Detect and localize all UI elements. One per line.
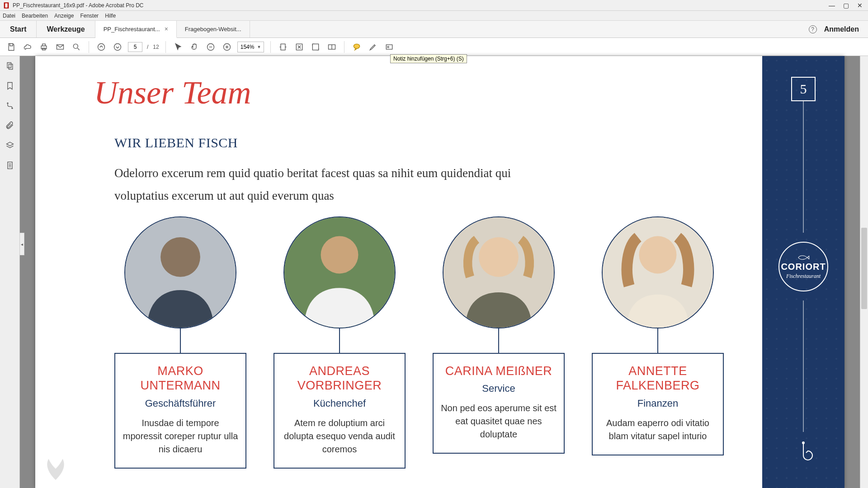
doc-tab-2[interactable]: Fragebogen-Websit... [177,21,250,38]
page-title: Unser Team [94,74,251,112]
close-button[interactable]: ✕ [857,2,863,9]
bookmarks-icon[interactable] [5,81,14,92]
document-canvas[interactable]: Unser Team WIR LIEBEN FISCH Odelorro exc… [20,56,860,488]
page-down-icon[interactable] [112,41,123,53]
doc-tab-1-label: PP_Fischrestaurant... [104,26,160,33]
vertical-scrollbar[interactable] [860,56,868,488]
menu-fenster[interactable]: Fenster [80,13,99,19]
team-card-3: CARINA MEIßNER Service Non ped eos aperu… [433,353,565,454]
page-subheading: WIR LIEBEN FISCH [114,135,238,150]
add-note-icon[interactable] [351,41,363,53]
team-photo-4 [602,216,714,328]
window-title: PP_Fischrestaurant_16x9.pdf - Adobe Acro… [13,2,829,9]
search-icon[interactable] [71,41,82,53]
svg-point-26 [639,236,677,273]
svg-point-15 [387,46,389,47]
stamp-icon[interactable] [383,41,395,53]
tab-start[interactable]: Start [0,21,37,38]
svg-point-20 [160,237,200,277]
menu-hilfe[interactable]: Hilfe [105,13,116,19]
menu-datei[interactable]: Datei [3,13,15,19]
connector-line [498,328,499,353]
highlight-icon[interactable] [367,41,379,53]
menu-bearbeiten[interactable]: Bearbeiten [22,13,48,19]
zoom-value: 154% [241,44,255,50]
svg-rect-9 [281,44,285,50]
scrollbar-thumb[interactable] [861,228,867,309]
svg-point-27 [802,442,804,444]
member-blurb-1: Inusdae di tempore mporessit coreper rup… [122,417,239,456]
connector-line [180,328,181,353]
connector-line [657,328,658,353]
attachments-icon[interactable] [5,121,14,132]
flow-icon[interactable] [5,101,14,112]
svg-point-6 [114,43,121,50]
member-role-3: Service [440,383,557,394]
menubar: Datei Bearbeiten Anzeige Fenster Hilfe [0,11,868,21]
page-icon[interactable] [5,161,14,172]
save-icon[interactable] [5,41,17,53]
fit-page-icon[interactable] [293,41,305,53]
help-icon[interactable]: ? [809,25,817,33]
svg-point-22 [321,236,359,273]
tab-werkzeuge[interactable]: Werkzeuge [37,21,95,38]
doc-tab-1-close-icon[interactable]: × [165,25,168,33]
maximize-button[interactable]: ▢ [843,2,849,9]
collapse-handle[interactable]: ◂ [20,233,24,255]
member-role-1: Geschäftsführer [122,398,239,409]
page-paragraph: Odelorro excerum rem quid quatio beritat… [114,162,521,207]
member-blurb-3: Non ped eos aperume sit est eat quasitet… [440,402,557,441]
tabrow: Start Werkzeuge PP_Fischrestaurant... × … [0,21,868,38]
fullscreen-icon[interactable] [310,41,321,53]
member-name-1: MARKO UNTERMANN [122,364,239,393]
svg-point-5 [98,43,105,50]
member-blurb-4: Audam eaperro odi vitatio blam vitatur s… [599,417,717,443]
fish-icon [797,253,810,262]
main-area: ◂ Unser Team WIR LIEBEN FISCH Odelorro e… [0,56,868,488]
member-role-4: Finanzen [599,398,717,409]
side-brand-column: 5 CORIORT Fischrestaurant [762,56,844,488]
layers-icon[interactable] [5,141,14,152]
doc-tab-1[interactable]: PP_Fischrestaurant... × [95,21,177,38]
team-photo-3 [443,216,555,328]
fit-width-icon[interactable] [277,41,289,53]
zoom-in-icon[interactable] [221,41,233,53]
print-icon[interactable] [38,41,50,53]
pdf-page: Unser Team WIR LIEBEN FISCH Odelorro exc… [35,56,844,488]
menu-anzeige[interactable]: Anzeige [54,13,74,19]
page-up-icon[interactable] [95,41,107,53]
cloud-icon[interactable] [22,41,33,53]
team-member-4: ANNETTE FALKENBERG Finanzen Audam eaperr… [592,216,724,469]
mail-icon[interactable] [54,41,66,53]
member-name-3: CARINA MEIßNER [440,364,557,378]
member-role-2: Küchenchef [281,398,398,409]
zoom-select[interactable]: 154% ▼ [237,42,264,52]
connector-line [339,328,340,353]
acrobat-icon [3,2,10,9]
watermark-icon [38,448,73,485]
team-member-1: MARKO UNTERMANN Geschäftsführer Inusdae … [114,216,246,469]
team-card-4: ANNETTE FALKENBERG Finanzen Audam eaperr… [592,353,724,455]
team-card-1: MARKO UNTERMANN Geschäftsführer Inusdae … [114,353,246,469]
member-name-2: ANDREAS VORBRINGER [281,364,398,393]
team-card-2: ANDREAS VORBRINGER Küchenchef Atem re do… [274,353,406,469]
team-photo-1 [124,216,236,328]
svg-point-24 [479,237,519,277]
doc-tab-2-label: Fragebogen-Websit... [185,26,241,33]
page-number-input[interactable] [128,42,142,52]
thumbnails-icon[interactable] [5,61,14,72]
signin-button[interactable]: Anmelden [824,25,859,33]
svg-rect-16 [7,63,11,68]
chevron-down-icon: ▼ [257,45,261,49]
svg-point-13 [354,44,360,48]
svg-rect-1 [42,44,46,46]
pointer-icon[interactable] [172,41,184,53]
decorative-line [803,300,804,432]
zoom-out-icon[interactable] [205,41,217,53]
minimize-button[interactable]: — [829,2,835,9]
hook-icon [794,441,813,470]
read-mode-icon[interactable] [326,41,338,53]
hand-icon[interactable] [189,41,200,53]
member-name-4: ANNETTE FALKENBERG [599,364,717,393]
decorative-line [803,101,804,233]
